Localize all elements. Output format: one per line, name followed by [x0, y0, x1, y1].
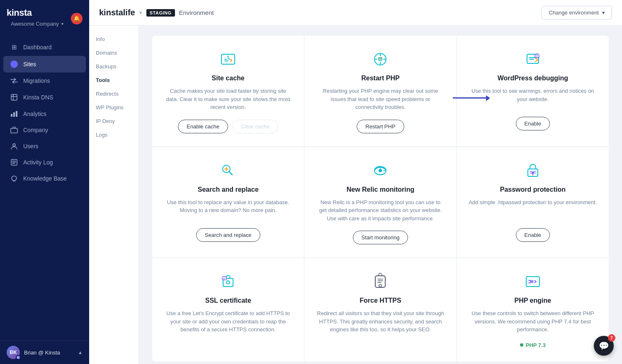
site-cache-desc: Cache makes your site load faster by sto… — [164, 87, 292, 111]
sidebar-item-label: Knowledge Base — [23, 175, 67, 182]
user-menu-chevron: ▲ — [78, 350, 83, 355]
dns-icon — [10, 94, 18, 101]
svg-point-6 — [13, 144, 15, 146]
sidebar-item-analytics[interactable]: Analytics — [3, 106, 86, 122]
tool-restart-php: Restart PHP Restarting your PHP engine m… — [304, 36, 456, 147]
restart-php-desc: Restarting your PHP engine may clear out… — [316, 87, 445, 111]
restart-php-actions: Restart PHP — [357, 120, 404, 133]
search-replace-icon — [219, 160, 237, 181]
sidebar-item-label: Activity Log — [23, 159, 53, 166]
sub-nav-info[interactable]: Info — [89, 32, 138, 46]
sidebar-item-activity-log[interactable]: Activity Log — [3, 154, 86, 170]
sidebar: kinsta Awesome Company ▾ 🔔 ⊞ Dashboard S… — [0, 0, 89, 364]
company-icon — [10, 127, 18, 133]
restart-php-button[interactable]: Restart PHP — [357, 120, 404, 133]
sidebar-item-label: Migrations — [23, 77, 50, 84]
restart-php-title: Restart PHP — [361, 75, 399, 82]
password-protection-title: Password protection — [500, 186, 566, 193]
dashboard-icon: ⊞ — [10, 43, 18, 51]
ssl-desc: Use a free Let's Encrypt certificate to … — [164, 309, 292, 334]
sub-nav-wp-plugins[interactable]: WP Plugins — [89, 101, 138, 114]
sidebar-item-knowledge-base[interactable]: Knowledge Base — [3, 171, 86, 186]
tool-new-relic: New Relic monitoring New Relic is a PHP … — [304, 147, 456, 258]
password-protection-desc: Add simple .htpasswd protection to your … — [469, 198, 597, 220]
svg-point-22 — [379, 284, 381, 287]
search-replace-title: Search and replace — [198, 186, 259, 193]
php-engine-title: PHP engine — [515, 297, 552, 304]
content-area: Info Domains Backups Tools Redirects WP … — [89, 26, 622, 364]
enable-cache-button[interactable]: Enable cache — [178, 120, 228, 133]
change-env-label: Change environment — [549, 10, 599, 16]
notification-bell[interactable]: 🔔 — [71, 13, 83, 24]
sidebar-item-migrations[interactable]: Migrations — [3, 73, 86, 89]
php-engine-icon — [524, 271, 542, 292]
users-icon — [10, 143, 18, 149]
site-chevron-icon[interactable]: ▾ — [139, 10, 142, 16]
enable-password-protection-button[interactable]: Enable — [516, 228, 550, 242]
user-info: BK K Brian @ Kinsta — [7, 346, 60, 359]
sidebar-item-label: Kinsta DNS — [23, 94, 53, 101]
chevron-down-icon: ▾ — [61, 22, 63, 26]
wp-debugging-icon — [524, 49, 542, 70]
clear-cache-button[interactable]: Clear cache — [232, 120, 278, 133]
restart-php-icon — [371, 49, 389, 70]
avatar-badge: K — [16, 355, 21, 360]
sidebar-item-dashboard[interactable]: ⊞ Dashboard — [3, 39, 86, 55]
company-name: Awesome Company — [11, 21, 59, 27]
knowledge-base-icon — [10, 175, 18, 182]
sidebar-item-kinsta-dns[interactable]: Kinsta DNS — [3, 89, 86, 106]
search-replace-desc: Use this tool to replace any value in yo… — [164, 198, 292, 220]
sub-nav-ip-deny[interactable]: IP Deny — [89, 114, 138, 128]
php-status-dot — [520, 343, 523, 347]
sub-nav: Info Domains Backups Tools Redirects WP … — [89, 26, 139, 364]
company-selector[interactable]: Awesome Company ▾ — [7, 18, 68, 29]
change-env-chevron-icon: ▾ — [602, 10, 605, 16]
sidebar-footer[interactable]: BK K Brian @ Kinsta ▲ — [0, 340, 89, 364]
tool-force-https: Force HTTPS Redirect all visitors so tha… — [304, 258, 456, 362]
activity-log-icon — [10, 159, 18, 166]
chat-button[interactable]: 💬 7 — [594, 336, 614, 356]
sites-icon — [10, 60, 18, 68]
sidebar-item-label: Users — [23, 143, 39, 149]
user-name: Brian @ Kinsta — [24, 350, 60, 356]
chat-icon: 💬 — [599, 341, 609, 351]
migrations-icon — [10, 78, 18, 84]
new-relic-desc: New Relic is a PHP monitoring tool you c… — [316, 198, 445, 223]
sub-nav-domains[interactable]: Domains — [89, 46, 138, 60]
svg-point-15 — [379, 169, 382, 172]
sub-nav-logs[interactable]: Logs — [89, 128, 138, 142]
svg-point-19 — [226, 281, 230, 284]
tool-search-replace: Search and replace Use this tool to repl… — [152, 147, 304, 258]
start-monitoring-button[interactable]: Start monitoring — [353, 231, 408, 244]
php-version-badge: PHP 7.3 — [520, 342, 546, 348]
tool-site-cache: Site cache Cache makes your site load fa… — [152, 36, 304, 147]
change-environment-button[interactable]: Change environment ▾ — [542, 6, 612, 19]
tool-ssl: SSL certificate Use a free Let's Encrypt… — [152, 258, 304, 362]
site-name: kinstalife — [99, 8, 135, 17]
tools-area: Site cache Cache makes your site load fa… — [139, 26, 622, 364]
site-cache-title: Site cache — [212, 75, 245, 82]
sidebar-item-sites[interactable]: Sites — [3, 56, 86, 72]
enable-wp-debug-button[interactable]: Enable — [516, 117, 550, 130]
svg-rect-2 — [11, 114, 12, 117]
topbar: kinstalife ▾ STAGING Environment Change … — [89, 0, 622, 26]
svg-point-0 — [11, 61, 17, 67]
svg-rect-3 — [13, 112, 15, 117]
sidebar-header: kinsta Awesome Company ▾ 🔔 — [0, 0, 89, 35]
wp-debugging-actions: Enable — [516, 117, 550, 130]
env-label: Environment — [179, 9, 214, 16]
analytics-icon — [10, 111, 18, 117]
sub-nav-tools[interactable]: Tools — [89, 73, 138, 87]
sidebar-item-company[interactable]: Company — [3, 122, 86, 138]
site-cache-icon — [219, 49, 237, 70]
force-https-title: Force HTTPS — [360, 297, 401, 304]
tool-php-engine: PHP engine Use these controls to switch … — [457, 258, 609, 362]
sidebar-item-users[interactable]: Users — [3, 138, 86, 154]
sub-nav-backups[interactable]: Backups — [89, 60, 138, 73]
search-replace-button[interactable]: Search and replace — [196, 228, 260, 242]
search-replace-actions: Search and replace — [196, 228, 260, 242]
new-relic-actions: Start monitoring — [353, 231, 408, 244]
sub-nav-redirects[interactable]: Redirects — [89, 87, 138, 101]
tool-wp-debugging: WordPress debugging Use this tool to see… — [457, 36, 609, 147]
password-protection-icon — [524, 160, 542, 181]
